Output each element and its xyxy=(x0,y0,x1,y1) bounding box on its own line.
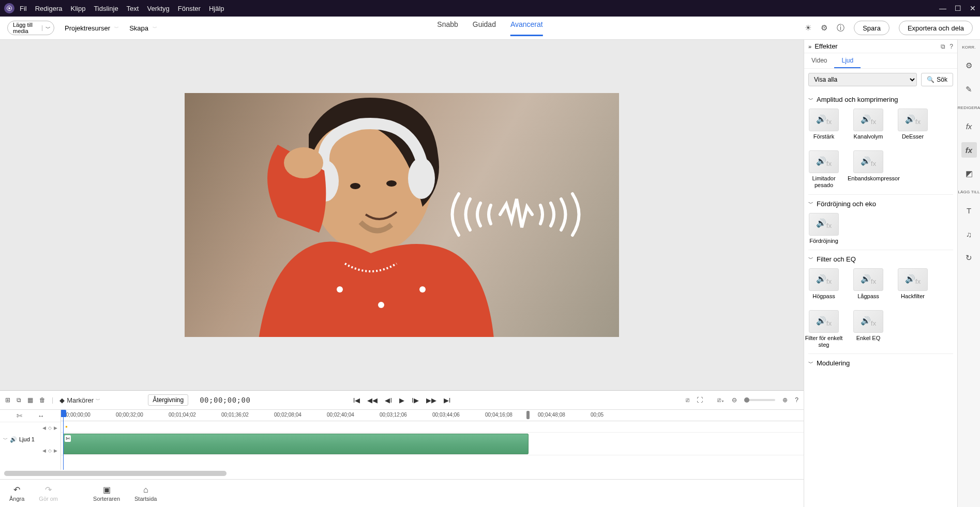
effect-amplify[interactable]: 🔊fxFörstärk xyxy=(808,109,839,140)
marker-row[interactable]: ● xyxy=(61,421,804,433)
tab-advanced[interactable]: Avancerat xyxy=(510,20,543,36)
minimize-icon[interactable]: — xyxy=(939,4,946,12)
play-icon[interactable]: ▶ xyxy=(399,396,404,404)
menu-timeline[interactable]: Tidslinje xyxy=(94,5,118,12)
menu-window[interactable]: Fönster xyxy=(178,5,201,12)
menu-tools[interactable]: Verktyg xyxy=(147,5,169,12)
project-assets-dropdown[interactable]: Projektresurser ﹀ xyxy=(65,24,119,32)
category-header-amplitude[interactable]: ﹀ Amplitud och komprimering xyxy=(808,94,953,105)
next-frame-icon[interactable]: ▶▶ xyxy=(426,396,436,404)
text-icon[interactable]: T xyxy=(961,203,977,218)
collapse-icon[interactable]: » xyxy=(808,43,811,50)
fx-icon[interactable]: fx xyxy=(961,142,977,158)
menu-text[interactable]: Text xyxy=(127,5,139,12)
stretch-tool-icon[interactable]: ↔ xyxy=(38,412,44,420)
effect-hardlimiter[interactable]: 🔊fxLimitador pesado xyxy=(808,150,839,189)
effect-delay[interactable]: 🔊fxFördröjning xyxy=(808,213,839,244)
menu-edit[interactable]: Redigera xyxy=(35,5,63,12)
add-media-button[interactable]: Lägg till media ﹀ xyxy=(7,21,54,35)
export-share-button[interactable]: Exportera och dela xyxy=(899,21,973,35)
category-header-delay[interactable]: ﹀ Fördröjning och eko xyxy=(808,198,953,210)
zoom-out-icon[interactable]: ⊖ xyxy=(732,396,737,404)
settings-icon[interactable]: ⚙ xyxy=(821,23,827,33)
fullscreen-icon[interactable]: ⛶ xyxy=(697,396,703,404)
video-preview[interactable] xyxy=(185,93,619,337)
step-forward-icon[interactable]: I▶ xyxy=(412,396,419,404)
fx-small-icon[interactable]: fx xyxy=(961,118,977,134)
effects-list[interactable]: ﹀ Amplitud och komprimering 🔊fxFörstärk … xyxy=(804,90,957,507)
home-button[interactable]: ⌂ Startsida xyxy=(134,485,157,502)
save-button[interactable]: Spara xyxy=(854,21,889,35)
track-prev-icon[interactable]: ◀ xyxy=(42,425,46,431)
info-icon[interactable]: ⓘ xyxy=(837,23,845,33)
subtab-video[interactable]: Video xyxy=(804,53,834,68)
contrast-icon[interactable]: ◩ xyxy=(961,166,977,181)
track-next-icon[interactable]: ▶ xyxy=(54,448,57,453)
playhead[interactable] xyxy=(63,410,64,470)
monitor-icon[interactable]: ⎚ xyxy=(686,396,689,404)
track-next-icon[interactable]: ▶ xyxy=(54,425,57,431)
adjust-icon[interactable]: ⚙ xyxy=(961,58,977,73)
speaker-icon[interactable]: 🔊 xyxy=(10,436,17,443)
menu-clip[interactable]: Klipp xyxy=(70,5,85,12)
music-icon[interactable]: ♫ xyxy=(961,226,977,242)
scrollbar-track[interactable] xyxy=(4,471,227,476)
track-add-icon[interactable]: ◇ xyxy=(48,448,52,453)
tab-quick[interactable]: Snabb xyxy=(437,20,458,36)
fx-icon: 🔊fx xyxy=(816,316,832,327)
chevron-down-icon: ﹀ xyxy=(153,25,157,32)
timecode-display[interactable]: 00;00;00;00 xyxy=(200,396,250,404)
effect-simplestep[interactable]: 🔊fxFilter för enkelt steg xyxy=(808,310,839,348)
step-back-icon[interactable]: ◀I xyxy=(385,396,392,404)
scrollbar-thumb[interactable] xyxy=(4,471,227,476)
tab-guided[interactable]: Guidad xyxy=(473,20,496,36)
create-dropdown[interactable]: Skapa ﹀ xyxy=(129,24,157,32)
effect-simpleeq[interactable]: 🔊fxEnkel EQ xyxy=(853,310,884,348)
effect-singleband[interactable]: 🔊fxEnbandskompressor xyxy=(853,150,884,189)
category-header-modulation[interactable]: ﹀ Modulering xyxy=(808,357,953,369)
effect-search-button[interactable]: 🔍 Sök xyxy=(921,73,953,86)
track-add-icon[interactable]: ◇ xyxy=(48,425,52,431)
zoom-in-icon[interactable]: ⊕ xyxy=(782,396,788,404)
organizer-button[interactable]: ▣ Sorteraren xyxy=(93,485,120,502)
go-end-icon[interactable]: ▶I xyxy=(444,396,451,404)
grid-icon[interactable]: ▦ xyxy=(27,396,33,404)
maximize-icon[interactable]: ☐ xyxy=(955,4,961,12)
effect-deesser[interactable]: 🔊fxDeEsser xyxy=(897,109,928,140)
effect-highpass[interactable]: 🔊fxHögpass xyxy=(808,268,839,300)
redo-button[interactable]: ↷ Gör om xyxy=(39,485,58,502)
markers-dropdown[interactable]: ◆ Markörer ﹀ xyxy=(59,396,100,404)
work-area-end-handle[interactable] xyxy=(526,411,530,419)
bookmark-icon[interactable]: ⧉ xyxy=(941,43,945,50)
render-button[interactable]: Återgivning xyxy=(148,394,188,406)
history-icon[interactable]: ↻ xyxy=(961,250,977,266)
prev-frame-icon[interactable]: ◀◀ xyxy=(367,396,378,404)
audio-track-header[interactable]: ﹀ 🔊 Ljud 1 xyxy=(0,434,61,445)
brightness-icon[interactable]: ☀ xyxy=(805,23,811,33)
timeline-tracks[interactable]: 00;00;00;00 00;00;32;00 00;01;04;02 00;0… xyxy=(61,410,804,470)
help-icon[interactable]: ? xyxy=(949,43,953,50)
fit-icon[interactable]: ⎚▾ xyxy=(717,396,725,404)
razor-tool-icon[interactable]: ✄ xyxy=(17,412,22,420)
effect-notch[interactable]: 🔊fxHackfilter xyxy=(897,268,928,300)
undo-button[interactable]: ↶ Ångra xyxy=(9,485,24,502)
zoom-slider[interactable] xyxy=(744,399,775,401)
category-header-filtereq[interactable]: ﹀ Filter och EQ xyxy=(808,253,953,265)
menu-help[interactable]: Hjälp xyxy=(209,5,224,12)
go-start-icon[interactable]: I◀ xyxy=(353,396,360,404)
tools-icon[interactable]: ✎ xyxy=(961,82,977,97)
time-ruler[interactable]: 00;00;00;00 00;00;32;00 00;01;04;02 00;0… xyxy=(61,410,804,421)
audio-clip[interactable]: ✄ xyxy=(63,434,529,454)
menu-file[interactable]: Fil xyxy=(20,5,27,12)
audio-track-row[interactable]: ✄ xyxy=(61,433,804,455)
duplicate-icon[interactable]: ⧉ xyxy=(17,396,21,404)
add-track-icon[interactable]: ⊞ xyxy=(5,396,10,404)
effect-filter-select[interactable]: Visa alla xyxy=(808,73,917,86)
track-prev-icon[interactable]: ◀ xyxy=(42,448,46,453)
effect-channelvolume[interactable]: 🔊fxKanalvolym xyxy=(853,109,884,140)
effect-lowpass[interactable]: 🔊fxLågpass xyxy=(853,268,884,300)
close-icon[interactable]: ✕ xyxy=(970,4,976,12)
subtab-audio[interactable]: Ljud xyxy=(834,53,861,68)
help-icon[interactable]: ? xyxy=(795,396,798,404)
trash-icon[interactable]: 🗑 xyxy=(39,396,46,404)
